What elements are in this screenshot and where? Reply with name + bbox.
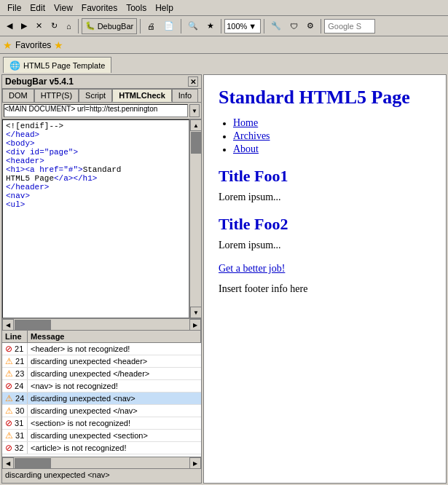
debugbar-icon: 🐛 — [85, 21, 95, 31]
url-dropdown-btn[interactable]: ▼ — [189, 104, 200, 117]
section-body-1: Lorem ipsum... — [219, 192, 431, 203]
page-button[interactable]: 📄 — [160, 18, 178, 34]
code-line-7: HTML5 Page</a></h1> — [6, 174, 186, 183]
db-tab-htmlcheck[interactable]: HTMLCheck — [112, 89, 172, 102]
db-tab-dom[interactable]: DOM — [2, 89, 34, 102]
msg-line-9: ⊘ 32 — [2, 442, 28, 454]
msg-text-9: <article> is not recognized! — [28, 443, 201, 453]
db-tab-info[interactable]: Info — [172, 89, 198, 102]
status-text: discarding unexpected <nav> — [5, 470, 110, 479]
favorites-bar: ★ Favorites ★ — [0, 36, 448, 54]
msg-line-4: ⊘ 24 — [2, 380, 28, 392]
bookmark-button[interactable]: ★ — [203, 18, 218, 34]
favorites-add-icon[interactable]: ★ — [54, 39, 63, 51]
search-button[interactable]: 🔍 — [184, 18, 202, 34]
msg-row-9[interactable]: ⊘ 32 <article> is not recognized! — [2, 442, 201, 454]
browser-tab-title: HTML5 Page Template — [23, 61, 105, 70]
toolbar-sep-1 — [78, 19, 79, 33]
section-title-2: Title Foo2 — [219, 215, 431, 234]
google-search-input[interactable] — [324, 19, 375, 33]
msg-hscroll-right[interactable]: ▶ — [189, 457, 201, 469]
msg-row-3[interactable]: ⚠ 23 discarding unexpected </header> — [2, 368, 201, 380]
menu-bar: File Edit View Favorites Tools Help — [0, 0, 448, 16]
browser-panel: Standard HTML5 Page Home Archives About … — [203, 74, 447, 484]
menu-tools[interactable]: Tools — [122, 1, 151, 15]
toolbar-sep-5 — [264, 19, 264, 33]
msg-text-6: discarding unexpected </nav> — [28, 406, 201, 416]
stop-button[interactable]: ✕ — [32, 18, 46, 34]
menu-help[interactable]: Help — [151, 1, 178, 15]
browser-tab-html5[interactable]: 🌐 HTML5 Page Template — [3, 57, 111, 73]
msg-col-header: Message — [28, 331, 201, 342]
vscroll-track — [190, 131, 201, 307]
favorites-label: Favorites — [15, 40, 51, 50]
msg-row-6[interactable]: ⚠ 30 discarding unexpected </nav> — [2, 405, 201, 417]
msg-row-8[interactable]: ⚠ 31 discarding unexpected <section> — [2, 430, 201, 442]
msg-text-4: <nav> is not recognized! — [28, 381, 201, 391]
vscroll-down-btn[interactable]: ▼ — [190, 307, 201, 318]
msg-text-5: discarding unexpected <nav> — [28, 393, 201, 403]
url-value: <MAIN DOCUMENT> url=http://test.penningt… — [4, 105, 157, 113]
code-line-9: <nav> — [6, 192, 186, 200]
vscroll-up-btn[interactable]: ▲ — [190, 119, 201, 131]
db-tab-http[interactable]: HTTP(S) — [34, 89, 79, 102]
url-select[interactable]: <MAIN DOCUMENT> url=http://test.penningt… — [4, 104, 188, 117]
code-line-10: <ul> — [6, 200, 186, 209]
msg-row-1[interactable]: ⊘ 21 <header> is not recognized! — [2, 343, 201, 355]
hscroll-track — [14, 319, 189, 330]
debugbar-status-bar: discarding unexpected <nav> — [2, 468, 201, 483]
msg-text-1: <header> is not recognized! — [28, 344, 201, 354]
db-tab-script[interactable]: Script — [79, 89, 112, 102]
code-hscroll[interactable]: ◀ ▶ — [2, 318, 201, 330]
msg-text-7: <section> is not recognized! — [28, 418, 201, 428]
hscroll-thumb[interactable] — [15, 320, 51, 330]
page-main-title: Standard HTML5 Page — [219, 87, 431, 109]
msg-row-4[interactable]: ⊘ 24 <nav> is not recognized! — [2, 380, 201, 393]
msg-hscroll[interactable]: ◀ ▶ — [2, 457, 201, 468]
extra-btn[interactable]: ⚙ — [303, 18, 318, 34]
zoom-dropdown-icon[interactable]: ▼ — [248, 22, 256, 31]
msg-line-5: ⚠ 24 — [2, 393, 28, 404]
tools-btn[interactable]: 🔧 — [267, 18, 285, 34]
refresh-button[interactable]: ↻ — [47, 18, 61, 34]
menu-file[interactable]: File — [3, 1, 25, 15]
debugbar-close-button[interactable]: ✕ — [188, 76, 198, 87]
menu-view[interactable]: View — [50, 1, 77, 15]
code-area[interactable]: <![endif]--> </head> <body> <div id="pag… — [2, 119, 189, 318]
hscroll-right-btn[interactable]: ▶ — [189, 319, 201, 330]
debugbar-titlebar: DebugBar v5.4.1 ✕ — [2, 75, 201, 89]
menu-favorites[interactable]: Favorites — [77, 1, 122, 15]
msg-row-5[interactable]: ⚠ 24 discarding unexpected <nav> — [2, 393, 201, 405]
code-vscroll[interactable]: ▲ ▼ — [189, 119, 201, 318]
nav-list: Home Archives About — [233, 117, 431, 155]
zoom-value: 100% — [227, 22, 247, 31]
vscroll-thumb[interactable] — [191, 132, 201, 154]
footer-text: Insert footer info here — [219, 283, 431, 295]
nav-link-about[interactable]: About — [233, 143, 259, 154]
warning-icon-3: ⚠ — [5, 368, 13, 379]
nav-link-home[interactable]: Home — [233, 117, 258, 128]
msg-row-7[interactable]: ⊘ 31 <section> is not recognized! — [2, 417, 201, 430]
error-icon-4: ⊘ — [5, 381, 12, 391]
hscroll-left-btn[interactable]: ◀ — [2, 319, 14, 330]
menu-edit[interactable]: Edit — [25, 1, 50, 15]
msg-hscroll-left[interactable]: ◀ — [2, 457, 14, 469]
nav-link-archives[interactable]: Archives — [233, 130, 270, 141]
toolbar-sep-3 — [181, 19, 181, 33]
zoom-box[interactable]: 100% ▼ — [224, 19, 261, 33]
main-area: DebugBar v5.4.1 ✕ DOM HTTP(S) Script HTM… — [0, 73, 448, 485]
line-col-header: Line — [2, 331, 28, 342]
error-icon-1: ⊘ — [5, 344, 12, 354]
code-line-2: </head> — [6, 130, 186, 139]
msg-hscroll-thumb[interactable] — [15, 458, 51, 468]
warning-icon-8: ⚠ — [5, 430, 13, 441]
print-button[interactable]: 🖨 — [144, 18, 159, 34]
job-link[interactable]: Get a better job! — [219, 263, 431, 275]
forward-button[interactable]: ▶ — [17, 18, 31, 34]
back-button[interactable]: ◀ — [3, 18, 16, 34]
debugbar-url-bar: <MAIN DOCUMENT> url=http://test.penningt… — [2, 103, 201, 119]
msg-row-2[interactable]: ⚠ 21 discarding unexpected <header> — [2, 355, 201, 368]
debugbar-toolbar-btn[interactable]: 🐛 DebugBar — [82, 18, 138, 34]
home-button[interactable]: ⌂ — [63, 18, 75, 34]
safety-btn[interactable]: 🛡 — [286, 18, 302, 34]
